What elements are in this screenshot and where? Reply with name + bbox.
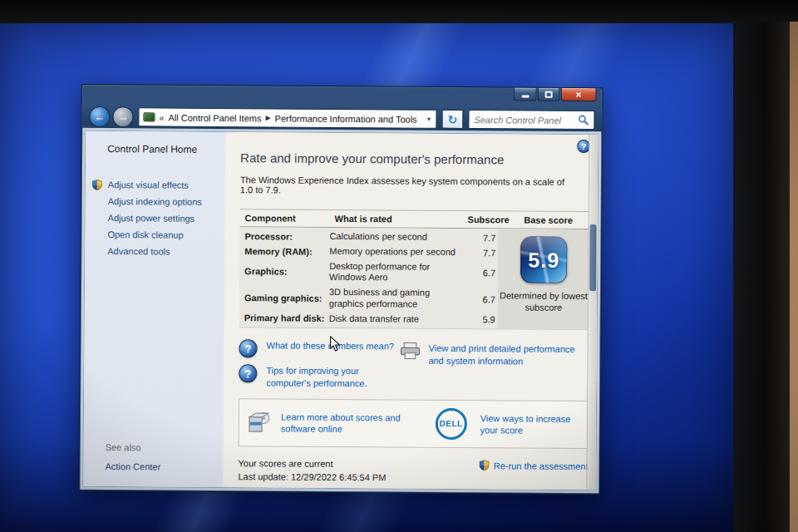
back-button[interactable]: ← — [89, 106, 110, 127]
breadcrumb-collapse-icon[interactable]: « — [159, 112, 164, 122]
title-bar[interactable]: × — [82, 85, 603, 106]
intro-text: The Windows Experience Index assesses ke… — [240, 175, 578, 197]
oem-info-box: Learn more about scores and software onl… — [239, 398, 589, 449]
sidebar-item-adjust-visual-effects[interactable]: Adjust visual effects — [86, 176, 225, 194]
sidebar-item-advanced-tools[interactable]: Advanced tools — [85, 243, 224, 260]
maximize-icon — [545, 91, 553, 97]
rated-description: Desktop performance for Windows Aero — [329, 260, 462, 284]
page-title: Rate and improve your computer's perform… — [240, 150, 578, 167]
component-name: Memory (RAM): — [244, 246, 329, 257]
rated-description: Memory operations per second — [329, 246, 462, 259]
numbers-mean-item: ? What do these numbers mean? — [239, 339, 399, 358]
breadcrumb-separator-icon: ▶ — [265, 114, 270, 121]
refresh-button[interactable]: ↻ — [441, 110, 463, 129]
monitor-photo: × ← → « All Control Panel Items ▶ Perfor… — [0, 0, 798, 532]
forward-button[interactable]: → — [112, 106, 133, 127]
sidebar: Control Panel Home Adjust visual effects… — [83, 131, 225, 487]
breadcrumb-performance-information[interactable]: Performance Information and Tools — [275, 113, 417, 124]
subscore-value: 6.7 — [462, 294, 495, 304]
status-row: Your scores are current Last update: 12/… — [238, 457, 588, 486]
component-name: Graphics: — [244, 266, 329, 277]
scrollbar-thumb[interactable] — [589, 224, 597, 291]
minimize-icon — [521, 95, 529, 97]
score-rows: Processor: Calculations per second 7.7 M… — [239, 227, 499, 328]
base-score-caption: Determined by lowest subscore — [498, 289, 589, 313]
table-body: Processor: Calculations per second 7.7 M… — [239, 227, 590, 330]
view-print-link[interactable]: View and print detailed performance and … — [428, 342, 582, 367]
quick-links: ? What do these numbers mean? ? Tips for… — [239, 339, 576, 397]
sidebar-item-control-panel-home[interactable]: Control Panel Home — [107, 143, 225, 155]
tips-link[interactable]: Tips for improving your computer's perfo… — [266, 365, 399, 390]
main-pane: ? Rate and improve your computer's perfo… — [223, 132, 598, 490]
minimize-button[interactable] — [514, 87, 537, 101]
tips-item: ? Tips for improving your computer's per… — [239, 364, 399, 389]
score-status: Your scores are current Last update: 12/… — [238, 457, 386, 485]
component-name: Processor: — [244, 231, 329, 242]
question-mark: ? — [244, 367, 251, 380]
sidebar-item-adjust-power-settings[interactable]: Adjust power settings — [86, 209, 225, 227]
table-row: Processor: Calculations per second 7.7 — [244, 229, 498, 245]
help-circle-icon: ? — [239, 339, 257, 357]
sidebar-task-list: Adjust visual effects Adjust indexing op… — [85, 176, 225, 260]
close-button[interactable]: × — [561, 88, 597, 101]
rated-description: Calculations per second — [329, 231, 462, 244]
sidebar-item-label: Open disk cleanup — [107, 229, 183, 240]
desktop-wallpaper: × ← → « All Control Panel Items ▶ Perfor… — [0, 23, 735, 532]
sidebar-footer: See also Action Center — [105, 442, 160, 471]
learn-more-link[interactable]: Learn more about scores and software onl… — [281, 411, 434, 436]
control-panel-icon — [143, 112, 155, 121]
back-icon: ← — [94, 111, 105, 123]
subscore-value: 6.7 — [462, 268, 495, 278]
rerun-assessment-link[interactable]: Re-run the assessment — [494, 460, 589, 472]
software-box-icon — [248, 411, 271, 434]
base-score-badge: 5.9 — [520, 237, 567, 283]
last-update-text: Last update: 12/29/2022 6:45:54 PM — [238, 470, 386, 485]
subscore-value: 7.7 — [462, 248, 495, 258]
subscore-value: 5.9 — [462, 314, 495, 324]
base-score-value: 5.9 — [528, 248, 559, 272]
vertical-scrollbar[interactable] — [586, 135, 598, 490]
increase-score-link[interactable]: View ways to increase your score — [480, 412, 579, 436]
breadcrumb-all-control-panel-items[interactable]: All Control Panel Items — [169, 112, 262, 123]
search-box — [468, 110, 594, 130]
caption-buttons: × — [514, 87, 597, 101]
column-header-component: Component — [245, 213, 335, 224]
subscore-value: 7.7 — [462, 233, 495, 243]
sidebar-item-open-disk-cleanup[interactable]: Open disk cleanup — [85, 226, 224, 244]
background-wall — [790, 22, 798, 532]
see-also-heading: See also — [106, 442, 161, 452]
maximize-button[interactable] — [538, 88, 560, 101]
rated-description: 3D business and gaming graphics performa… — [329, 287, 462, 311]
address-bar[interactable]: « All Control Panel Items ▶ Performance … — [138, 107, 436, 129]
navigation-bar: ← → « All Control Panel Items ▶ Performa… — [81, 103, 602, 134]
sidebar-item-label: Adjust visual effects — [108, 180, 189, 190]
table-header-row: Component What is rated Subscore Base sc… — [240, 209, 590, 229]
column-header-what-is-rated: What is rated — [335, 214, 468, 224]
quick-links-right: View and print detailed performance and … — [399, 341, 582, 397]
help-circle-icon: ? — [239, 364, 257, 382]
uac-shield-icon — [480, 460, 490, 470]
rerun-assessment[interactable]: Re-run the assessment — [480, 459, 589, 486]
sidebar-item-label: Adjust indexing options — [108, 196, 202, 207]
component-name: Primary hard disk: — [244, 313, 329, 324]
sidebar-item-label: Advanced tools — [107, 246, 170, 257]
table-row: Gaming graphics: 3D business and gaming … — [244, 284, 498, 313]
table-row: Graphics: Desktop performance for Window… — [244, 259, 498, 287]
sidebar-item-adjust-indexing-options[interactable]: Adjust indexing options — [86, 193, 225, 210]
printer-icon — [399, 342, 421, 360]
table-row: Primary hard disk: Disk data transfer ra… — [244, 311, 498, 328]
address-dropdown-icon[interactable]: ▼ — [426, 116, 431, 122]
base-score-cell: 5.9 Determined by lowest subscore — [498, 229, 590, 329]
monitor-bezel-right — [733, 22, 791, 532]
performance-information-window: × ← → « All Control Panel Items ▶ Perfor… — [78, 84, 603, 495]
uac-shield-icon — [92, 180, 102, 190]
search-input[interactable] — [474, 115, 578, 126]
scores-current-text: Your scores are current — [238, 457, 386, 471]
search-icon[interactable] — [578, 115, 589, 126]
table-row: Memory (RAM): Memory operations per seco… — [244, 244, 498, 260]
dell-logo-text: DELL — [440, 419, 463, 428]
forward-icon: → — [117, 111, 128, 123]
wei-score-table: Component What is rated Subscore Base sc… — [239, 209, 590, 330]
mouse-cursor — [329, 336, 341, 352]
sidebar-item-action-center[interactable]: Action Center — [105, 461, 160, 471]
